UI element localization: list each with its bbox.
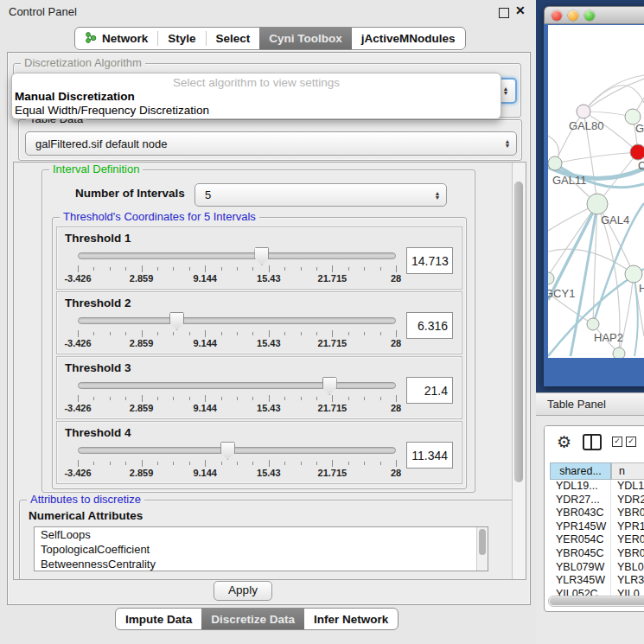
checkbox-icon[interactable]: ✓ [626, 437, 636, 447]
network-edge[interactable] [583, 79, 644, 112]
cell-shared-name: YBL079W [550, 561, 611, 575]
slider-track[interactable] [78, 382, 396, 389]
minimize-traffic-light-icon[interactable] [568, 10, 578, 21]
slider-ticks [78, 265, 396, 273]
top-tab-bar: NetworkStyleSelectCyni ToolboxjActiveMNo… [74, 27, 466, 50]
slider-track[interactable] [78, 252, 396, 259]
table-data-combobox[interactable]: galFiltered.sif default node ▲▼ [25, 131, 517, 156]
network-graph: GAL80GACGAL11GAL4GCY1HHAP2 [548, 25, 644, 358]
network-canvas[interactable]: GAL80GACGAL11GAL4GCY1HHAP2 [548, 25, 644, 358]
slider-thumb[interactable] [169, 312, 184, 330]
list-item[interactable]: TopologicalCoefficient [35, 542, 488, 557]
number-of-intervals-combobox[interactable]: 5 ▲▼ [194, 183, 447, 207]
table-row[interactable]: YER054CYER0 [550, 533, 644, 547]
thresholds-group: Threshold's Coordinates for 5 Intervals … [52, 217, 467, 489]
panel-title: Control Panel [9, 5, 77, 18]
cell-shared-name: YBR045C [550, 547, 611, 561]
network-node-gal11[interactable] [548, 156, 562, 170]
table-row[interactable]: YPR145WYPR1 [550, 520, 644, 534]
table-grid: shared... n YDL19...YDL1YDR27...YDR2YBR0… [550, 462, 644, 597]
network-node-h-node[interactable] [625, 265, 642, 283]
tab-label: Style [168, 32, 195, 45]
table-row[interactable]: YDR27...YDR2 [550, 494, 644, 507]
list-item[interactable]: BetweennessCentrality [35, 557, 488, 571]
network-node-bottom-node[interactable] [613, 348, 625, 358]
table-panel-title: Table Panel [547, 398, 606, 411]
float-icon[interactable] [499, 8, 509, 18]
tab-label: Select [216, 32, 251, 45]
network-edge[interactable] [583, 75, 644, 112]
node-table: ⚙ ✓ ✓ shared... n YDL19...YDL1YDR27...YD… [544, 425, 644, 612]
network-node-gcy1[interactable] [548, 272, 554, 284]
dropdown-option[interactable]: Manual Discretization [15, 90, 135, 103]
group-title: Threshold's Coordinates for 5 Intervals [60, 211, 259, 223]
tab-style[interactable]: Style [158, 28, 205, 49]
threshold-value-field[interactable]: 14.713 [406, 247, 453, 274]
table-horizontal-scrollbar[interactable] [548, 596, 644, 607]
slider-track[interactable] [78, 317, 396, 324]
number-of-intervals-label: Number of Intervals [75, 187, 185, 200]
network-edge[interactable] [555, 152, 638, 163]
scrollbar-thumb[interactable] [479, 529, 486, 555]
numerical-attributes-list[interactable]: SelfLoopsTopologicalCoefficientBetweenne… [34, 526, 488, 571]
slider-track[interactable] [78, 447, 396, 454]
apply-button[interactable]: Apply [214, 581, 272, 601]
tab-infer-network[interactable]: Infer Network [304, 609, 398, 629]
threshold-slider[interactable]: -3.4262.8599.14415.4321.71528 [78, 376, 396, 414]
thresholds-container: Threshold 1-3.4262.8599.14415.4321.71528… [56, 226, 462, 486]
attributes-scrollbar[interactable] [476, 527, 488, 571]
threshold-slider[interactable]: -3.4262.8599.14415.4321.71528 [78, 246, 396, 284]
network-node-gal80[interactable] [577, 105, 590, 118]
threshold-slider[interactable]: -3.4262.8599.14415.4321.71528 [78, 441, 396, 479]
cell-shared-name: YDL19... [550, 480, 611, 494]
slider-thumb[interactable] [322, 377, 337, 395]
threshold-value-field[interactable]: 21.4 [406, 377, 453, 404]
scrollbar-thumb[interactable] [514, 182, 523, 482]
scrollbar-thumb[interactable] [550, 597, 644, 605]
table-row[interactable]: YBR043CYBR0 [550, 507, 644, 520]
zoom-traffic-light-icon[interactable] [584, 10, 595, 21]
dropdown-option[interactable]: Equal Width/Frequency Discretization [15, 104, 209, 117]
slider-thumb[interactable] [220, 442, 235, 460]
tab-discretize-data[interactable]: Discretize Data [201, 609, 304, 629]
tab-cyni-toolbox[interactable]: Cyni Toolbox [259, 28, 352, 49]
cell-name: YDR2 [611, 494, 644, 507]
tab-select[interactable]: Select [207, 28, 260, 49]
slider-tick-labels: -3.4262.8599.14415.4321.71528 [78, 403, 396, 413]
network-node-gal4[interactable] [587, 194, 608, 214]
combo-stepper-icon: ▲▼ [503, 86, 509, 95]
table-row[interactable]: YDL19...YDL1 [550, 480, 644, 494]
network-node-red-node[interactable] [630, 144, 644, 160]
node-label: GAL80 [569, 119, 603, 132]
list-item[interactable]: SelfLoops [35, 527, 488, 542]
column-header[interactable]: shared... [550, 462, 611, 480]
slider-thumb[interactable] [254, 247, 269, 265]
close-icon[interactable]: ✕ [515, 3, 526, 17]
cell-shared-name: YER054C [550, 533, 611, 547]
threshold-value-field[interactable]: 6.316 [406, 312, 453, 339]
tab-impute-data[interactable]: Impute Data [116, 609, 201, 629]
threshold-slider[interactable]: -3.4262.8599.14415.4321.71528 [78, 311, 396, 349]
network-edge[interactable] [583, 86, 644, 112]
cell-name: YBR0 [611, 547, 644, 561]
table-row[interactable]: YBR045CYBR0 [550, 547, 644, 561]
tab-network[interactable]: Network [75, 28, 157, 49]
table-row[interactable]: YBL079WYBL0 [550, 561, 644, 575]
network-edge[interactable] [548, 249, 634, 274]
table-row[interactable]: YLR345WYLR3 [550, 574, 644, 588]
columns-icon[interactable] [583, 434, 602, 450]
close-traffic-light-icon[interactable] [552, 10, 562, 21]
slider-ticks [78, 395, 396, 403]
network-node-hap2[interactable] [587, 318, 599, 330]
network-window-titlebar[interactable] [544, 6, 644, 24]
pane-scrollbar[interactable] [512, 163, 526, 579]
tab-jactivemnodules[interactable]: jActiveMNodules [352, 28, 465, 49]
network-edge-thick[interactable] [634, 274, 638, 356]
threshold-value-field[interactable]: 11.344 [406, 442, 453, 469]
network-edge[interactable] [548, 204, 597, 276]
checkbox-icon[interactable]: ✓ [612, 437, 622, 447]
tab-label: Cyni Toolbox [269, 32, 342, 45]
gear-icon[interactable]: ⚙ [557, 434, 571, 450]
table-panel-header: Table Panel [536, 392, 644, 416]
column-header[interactable]: n [611, 462, 644, 480]
